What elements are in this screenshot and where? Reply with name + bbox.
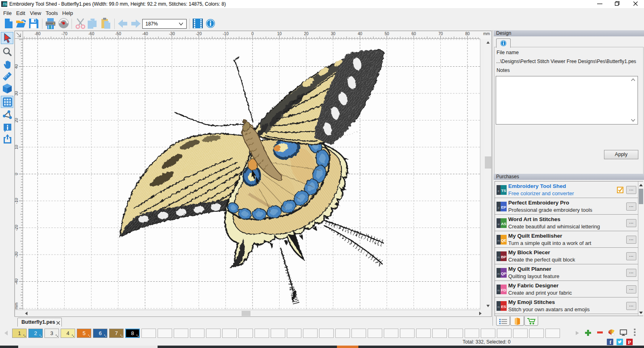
svg-text:m: m (497, 306, 500, 308)
svg-text:10: 10 (277, 32, 282, 36)
svg-text:mm: mm (15, 303, 19, 310)
svg-text:-10: -10 (15, 198, 19, 204)
svg-text:-60: -60 (88, 32, 95, 36)
svg-text:mm: mm (483, 32, 490, 36)
svg-text:60: 60 (411, 32, 416, 36)
svg-text:40: 40 (15, 64, 19, 69)
svg-text:f: f (610, 339, 612, 345)
svg-text:BP: BP (501, 255, 507, 259)
svg-text:-70: -70 (61, 32, 67, 36)
svg-text:TS: TS (3, 2, 7, 6)
svg-text:0: 0 (251, 32, 254, 36)
svg-text:-20: -20 (15, 225, 19, 231)
svg-text:30: 30 (331, 32, 336, 36)
svg-text:w: w (497, 223, 500, 226)
svg-text:20: 20 (304, 32, 309, 36)
svg-text:AS: AS (501, 221, 506, 226)
svg-text:QP: QP (501, 271, 507, 276)
svg-text:-40: -40 (142, 32, 148, 36)
svg-text:30: 30 (15, 91, 19, 96)
svg-text:10: 10 (15, 145, 19, 150)
svg-text:-30: -30 (169, 32, 175, 36)
svg-text:70: 70 (438, 32, 443, 36)
svg-text:m: m (497, 272, 500, 275)
svg-text:-30: -30 (15, 251, 19, 257)
svg-text:ES: ES (501, 304, 506, 309)
svg-text:20: 20 (15, 118, 19, 123)
svg-text:EP: EP (501, 205, 506, 209)
svg-text:0: 0 (15, 173, 19, 175)
svg-text:m: m (497, 289, 500, 292)
svg-text:50: 50 (385, 32, 389, 36)
svg-text:FD: FD (501, 288, 506, 292)
svg-text:p: p (498, 206, 499, 209)
svg-text:e: e (2, 4, 3, 6)
svg-text:TS: TS (501, 188, 506, 193)
svg-text:-40: -40 (15, 278, 19, 285)
svg-text:m: m (497, 256, 500, 259)
svg-text:-50: -50 (115, 32, 121, 36)
svg-text:-20: -20 (196, 32, 202, 36)
svg-text:QE: QE (501, 238, 507, 243)
svg-text:-80: -80 (35, 32, 41, 36)
svg-text:P: P (628, 339, 631, 345)
svg-text:m: m (497, 239, 500, 242)
svg-text:e: e (498, 190, 499, 192)
svg-text:-10: -10 (223, 32, 229, 36)
svg-text:40: 40 (358, 32, 362, 36)
svg-text:80: 80 (465, 32, 470, 36)
